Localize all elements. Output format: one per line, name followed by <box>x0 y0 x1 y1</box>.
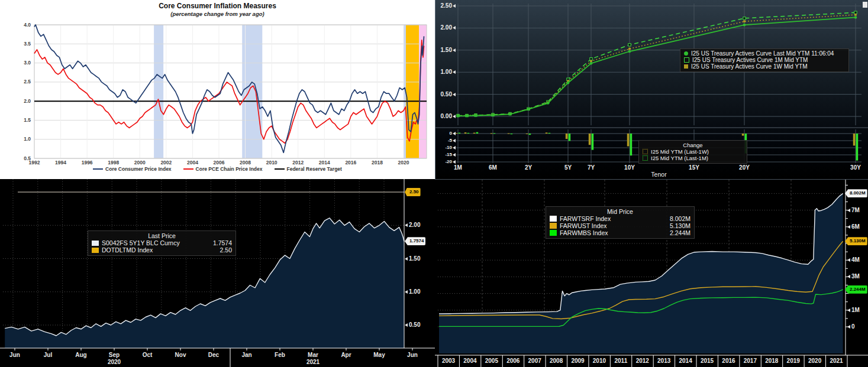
dot-target-badge: 2.50 <box>405 188 421 196</box>
filled-square-marker-icon <box>684 64 688 69</box>
change-bar-1w <box>546 132 548 134</box>
legend-label: I25 Mid YTM (Last-1M) <box>651 155 708 161</box>
chart-subtitle: (percentage change from year ago) <box>0 11 435 17</box>
curve-marker <box>590 60 592 63</box>
legend-item: S0042FS 5Y1Y BLC Curncy1.7574 <box>92 239 232 246</box>
legend-swatch <box>92 248 99 253</box>
year-label: 2021 <box>826 358 847 364</box>
axis-badge-0: 8.002M <box>845 189 867 197</box>
hollow-square-marker-icon <box>684 57 689 63</box>
window-corner-box[interactable] <box>863 2 867 8</box>
y-tick-arrow <box>847 209 850 212</box>
y-tick-label: 0.00 <box>435 113 452 119</box>
x-tick-label: 2014 <box>316 160 333 165</box>
legend-value: 1.7574 <box>213 239 232 246</box>
month-label: Mar <box>304 352 322 358</box>
x-tick-label: 2012 <box>290 160 306 165</box>
legend-label: I25 Mid YTM (Last-1W) <box>651 148 709 155</box>
change-bar-1m <box>467 133 470 134</box>
legend-label: S0042FS 5Y1Y BLC Curncy <box>102 239 180 246</box>
y-tick-arrow <box>847 325 850 329</box>
curve-marker <box>628 44 631 46</box>
change-bar-1w <box>526 134 528 134</box>
legend-swatch <box>92 241 99 246</box>
last-price-badge: 1.7574 <box>405 237 425 245</box>
tenor-axis-label: Tenor <box>456 171 861 178</box>
legend-item: Core Consumer Price Index <box>93 166 171 172</box>
curve-marker <box>492 113 495 116</box>
y-tick-arrow <box>453 26 456 30</box>
change-bar-1m <box>592 134 594 150</box>
year-label: 2021 <box>304 359 322 365</box>
forward-rate-chart[interactable] <box>0 179 435 367</box>
curve-marker <box>475 114 477 117</box>
y-tick-label: 2.50 <box>435 3 452 9</box>
last-price-legend[interactable]: Last Price S0042FS 5Y1Y BLC Curncy1.7574… <box>88 230 236 256</box>
year-label: 2010 <box>589 358 610 364</box>
y-tick-label: 0 <box>851 324 855 330</box>
year-label: 2018 <box>761 358 782 364</box>
change-y-tick-arrow <box>453 153 456 157</box>
hollow-square-marker-icon <box>643 155 648 161</box>
curve-legend[interactable]: I25 US Treasury Actives Curve Last Mid Y… <box>680 48 849 72</box>
tenor-tick-label: 5Y <box>559 165 577 171</box>
change-y-tick-label: 0 <box>438 131 452 136</box>
y-tick-label: 1M <box>851 307 860 313</box>
change-bar-1m <box>856 134 859 161</box>
curve-marker <box>628 48 631 50</box>
curve-marker <box>509 113 512 116</box>
month-label: Oct <box>138 352 156 358</box>
x-tick-label: 1996 <box>79 160 95 165</box>
recession-2001 <box>154 25 163 158</box>
change-y-tick-label: -5 <box>438 138 452 143</box>
year-label: 2013 <box>653 358 675 364</box>
y-tick-arrow <box>405 257 408 261</box>
y-tick-label: 2.00 <box>435 25 452 31</box>
y-tick-label: 3.5 <box>14 41 31 47</box>
tenor-tick-label: 1M <box>449 165 467 171</box>
y-tick-label: 3M <box>851 274 860 280</box>
change-bar-1m <box>459 133 461 134</box>
y-tick-arrow <box>847 275 850 278</box>
month-label: Dec <box>205 352 222 358</box>
change-y-tick-arrow <box>453 160 456 164</box>
change-bar-1m <box>511 134 513 134</box>
curve-marker <box>590 62 593 65</box>
mid-price-legend[interactable]: Mid Price FARWTSRF Index8.002MFARWUST In… <box>546 206 695 239</box>
panel-core-inflation: Core Consumer Inflation Measures (percen… <box>0 0 435 179</box>
y-tick-label: 2.5 <box>14 79 31 85</box>
tenor-tick-label: 7Y <box>582 165 600 171</box>
year-label: 2006 <box>502 358 524 364</box>
y-tick-label: 1.00 <box>409 289 420 295</box>
year-label: 2011 <box>610 358 631 364</box>
x-tick-label: 2010 <box>263 160 280 165</box>
month-label: Nov <box>172 352 189 358</box>
y-tick-label: 7M <box>851 207 860 213</box>
change-bar-1w <box>473 133 476 134</box>
year-label: 2016 <box>718 358 739 364</box>
mid-price-legend-title: Mid Price <box>550 208 690 215</box>
tenor-tick-label: 10Y <box>621 165 638 171</box>
y-tick-label: 1.50 <box>435 47 452 53</box>
x-tick-label: 2004 <box>184 160 201 165</box>
year-label: 2005 <box>481 358 502 364</box>
change-bar-1m <box>493 133 496 134</box>
y-tick-arrow <box>405 290 408 294</box>
legend-item: I25 US Treasury Actives Curve 1W Mid YTM <box>684 63 845 70</box>
tenor-tick-label: 20Y <box>735 165 753 171</box>
y-tick-label: 4M <box>851 257 860 263</box>
inflation-legend: Core Consumer Price IndexCore PCE Chain … <box>0 166 435 172</box>
tenor-tick-label: 15Y <box>685 165 703 171</box>
change-legend[interactable]: Change I25 Mid YTM (Last-1W)I25 Mid YTM … <box>638 140 747 164</box>
year-label: 2003 <box>438 358 459 364</box>
core-inflation-chart[interactable] <box>0 0 435 179</box>
year-label: 2014 <box>675 358 696 364</box>
curve-marker <box>628 50 631 53</box>
axis-badge-1: 5.130M <box>845 237 867 245</box>
legend-item: I25 US Treasury Actives Curve 1M Mid YTM <box>684 57 845 63</box>
y-tick-label: 1.5 <box>14 118 31 123</box>
tenor-tick-label: 2Y <box>519 165 537 171</box>
x-tick-label: 2006 <box>211 160 227 165</box>
curve-marker <box>527 108 530 111</box>
change-y-tick-arrow <box>453 132 456 135</box>
